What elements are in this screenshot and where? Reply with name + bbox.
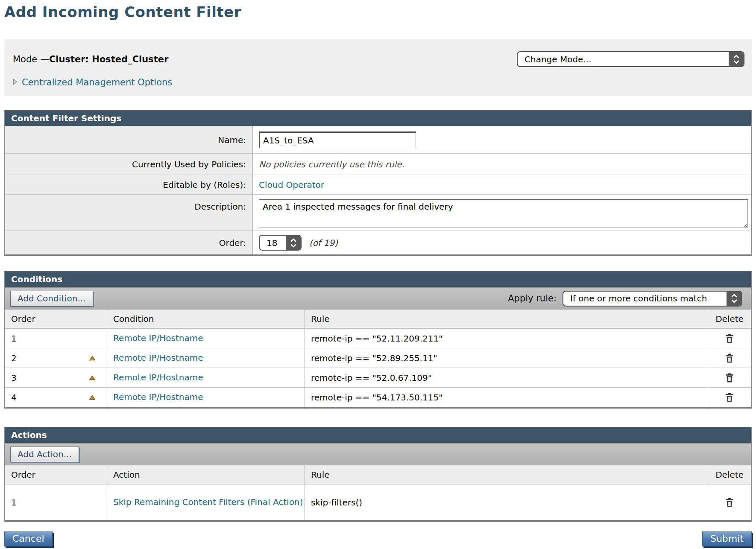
apply-rule-select-value: If one or more conditions match xyxy=(563,292,727,306)
name-label: Name: xyxy=(5,126,253,153)
condition-link[interactable]: Remote IP/Hostname xyxy=(113,333,203,344)
footer-bar: Cancel Submit xyxy=(4,531,752,546)
policies-value: No policies currently use this rule. xyxy=(259,159,404,169)
rule-text: remote-ip == "52.0.67.109" xyxy=(311,373,432,383)
page-root: Add Incoming Content Filter Mode —Cluste… xyxy=(0,0,756,546)
actions-column-headers: Order Action Rule Delete xyxy=(5,465,751,484)
description-label: Description: xyxy=(5,195,253,231)
editable-label: Editable by (Roles): xyxy=(5,175,253,194)
condition-row: 4 Remote IP/Hostname remote-ip == "54.17… xyxy=(5,387,751,407)
move-up-icon[interactable] xyxy=(89,356,95,361)
rule-text: skip-filters() xyxy=(311,497,362,508)
conditions-header: Conditions xyxy=(5,272,751,287)
actions-header: Actions xyxy=(5,427,751,443)
action-link[interactable]: Skip Remaining Content Filters (Final Ac… xyxy=(113,497,303,508)
order-select[interactable]: 18 xyxy=(259,235,302,251)
delete-trash-icon[interactable] xyxy=(723,352,736,365)
change-mode-select-value: Change Mode... xyxy=(518,52,729,66)
disclosure-triangle-icon xyxy=(13,79,18,87)
column-delete: Delete xyxy=(708,465,751,484)
condition-row: 3 Remote IP/Hostname remote-ip == "52.0.… xyxy=(5,368,751,387)
order-row: Order: 18 (of 19) xyxy=(5,231,751,254)
move-up-icon[interactable] xyxy=(89,375,95,380)
column-rule: Rule xyxy=(305,310,708,328)
condition-row: 2 Remote IP/Hostname remote-ip == "52.89… xyxy=(5,348,751,368)
column-rule: Rule xyxy=(305,465,708,484)
settings-header: Content Filter Settings xyxy=(5,111,751,126)
name-row: Name: xyxy=(5,126,751,153)
column-delete: Delete xyxy=(708,310,751,328)
action-row: 1 Skip Remaining Content Filters (Final … xyxy=(5,484,751,520)
condition-link[interactable]: Remote IP/Hostname xyxy=(113,353,203,363)
column-action: Action xyxy=(106,465,305,484)
up-down-chevrons-icon xyxy=(727,292,741,306)
order-total-note: (of 19) xyxy=(309,238,338,248)
delete-trash-icon[interactable] xyxy=(723,371,736,384)
conditions-toolbar: Add Condition... Apply rule: If one or m… xyxy=(5,287,751,310)
submit-button[interactable]: Submit xyxy=(702,531,752,546)
row-order: 1 xyxy=(11,333,17,344)
row-order: 4 xyxy=(11,392,17,403)
page-title: Add Incoming Content Filter xyxy=(4,3,752,20)
conditions-column-headers: Order Condition Rule Delete xyxy=(5,310,751,328)
centralized-management-options-link[interactable]: Centralized Management Options xyxy=(22,77,172,88)
row-order: 1 xyxy=(11,497,17,508)
order-select-value: 18 xyxy=(260,236,286,250)
apply-rule-label: Apply rule: xyxy=(508,293,557,304)
order-label: Order: xyxy=(5,231,253,254)
change-mode-select[interactable]: Change Mode... xyxy=(517,51,744,67)
condition-link[interactable]: Remote IP/Hostname xyxy=(113,372,203,383)
condition-row: 1 Remote IP/Hostname remote-ip == "52.11… xyxy=(5,328,751,348)
row-order: 2 xyxy=(11,353,17,363)
mode-value: —Cluster: Hosted_Cluster xyxy=(40,54,168,64)
policies-label: Currently Used by Policies: xyxy=(5,154,253,175)
description-textarea[interactable]: Area 1 inspected messages for final deli… xyxy=(259,199,748,228)
description-row: Description: Area 1 inspected messages f… xyxy=(5,194,751,231)
add-action-button[interactable]: Add Action... xyxy=(10,447,79,462)
conditions-panel: Conditions Add Condition... Apply rule: … xyxy=(4,271,752,409)
rule-text: remote-ip == "54.173.50.115" xyxy=(311,392,442,403)
name-input[interactable] xyxy=(259,131,416,148)
mode-label: Mode xyxy=(13,54,40,64)
apply-rule-select[interactable]: If one or more conditions match xyxy=(563,291,742,307)
rule-text: remote-ip == "52.11.209.211" xyxy=(311,333,442,344)
column-order: Order xyxy=(5,465,106,484)
cancel-button[interactable]: Cancel xyxy=(4,531,53,546)
delete-trash-icon[interactable] xyxy=(723,391,736,404)
mode-text: Mode —Cluster: Hosted_Cluster xyxy=(13,54,168,64)
policies-row: Currently Used by Policies: No policies … xyxy=(5,153,751,175)
editable-row: Editable by (Roles): Cloud Operator xyxy=(5,175,751,194)
column-order: Order xyxy=(5,310,106,328)
up-down-chevrons-icon xyxy=(729,52,744,66)
move-up-icon[interactable] xyxy=(89,395,95,400)
delete-trash-icon[interactable] xyxy=(723,496,736,509)
rule-text: remote-ip == "52.89.255.11" xyxy=(311,353,437,363)
actions-toolbar: Add Action... xyxy=(5,443,751,465)
condition-link[interactable]: Remote IP/Hostname xyxy=(113,392,203,403)
cloud-operator-link[interactable]: Cloud Operator xyxy=(259,180,324,190)
add-condition-button[interactable]: Add Condition... xyxy=(10,291,93,307)
column-condition: Condition xyxy=(106,310,305,328)
delete-trash-icon[interactable] xyxy=(723,332,736,345)
row-order: 3 xyxy=(11,373,17,383)
actions-panel: Actions Add Action... Order Action Rule … xyxy=(4,427,752,522)
mode-panel: Mode —Cluster: Hosted_Cluster Change Mod… xyxy=(4,39,752,96)
content-filter-settings-panel: Content Filter Settings Name: Currently … xyxy=(4,110,752,256)
up-down-chevrons-icon xyxy=(286,236,301,250)
